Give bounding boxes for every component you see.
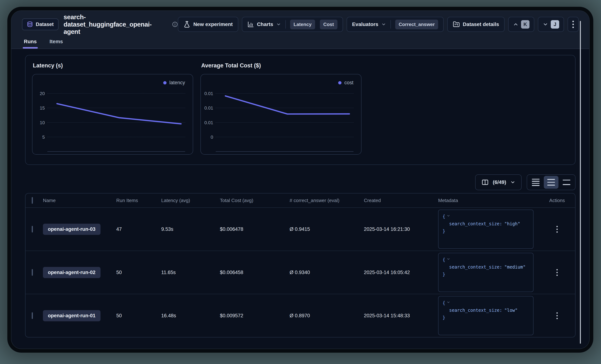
more-options-button[interactable] <box>568 17 579 32</box>
run-items-value: 50 <box>116 313 161 319</box>
col-header-latency: Latency (avg) <box>161 198 220 203</box>
kbd-shortcut-j: J <box>551 20 559 29</box>
new-experiment-button[interactable]: New experiment <box>178 17 238 32</box>
bar-chart-icon <box>247 21 254 28</box>
created-value: 2025-03-14 16:05:42 <box>364 270 438 275</box>
cost-chart-title: Average Total Cost ($) <box>201 62 361 69</box>
expand-json-chevron-icon[interactable] <box>447 299 450 306</box>
cost-legend: cost <box>338 80 353 86</box>
chart-chip-latency[interactable]: Latency <box>290 19 315 29</box>
svg-text:0.01: 0.01 <box>204 105 213 110</box>
metadata-json-box: { search_context_size:"medium" } <box>438 253 533 292</box>
correct-answer-eval-value: Ø 0.9340 <box>290 270 364 275</box>
prev-run-button[interactable]: K <box>508 17 534 32</box>
dataset-badge-label: Dataset <box>36 22 54 27</box>
legend-label: latency <box>169 80 185 86</box>
charts-dropdown[interactable]: Charts Latency Cost <box>242 17 343 32</box>
legend-dot <box>338 81 341 85</box>
chart-chip-cost[interactable]: Cost <box>320 19 338 29</box>
svg-text:10: 10 <box>40 120 45 125</box>
expand-json-chevron-icon[interactable] <box>447 212 450 220</box>
table-header-row: Name Run Items Latency (avg) Total Cost … <box>26 193 575 207</box>
chevron-down-icon <box>381 22 386 27</box>
info-icon[interactable] <box>172 21 178 27</box>
evaluator-chip-correct-answer[interactable]: Correct_answer <box>395 19 438 29</box>
row-actions-button[interactable] <box>556 269 558 276</box>
created-value: 2025-03-14 15:48:33 <box>364 313 438 319</box>
select-all-checkbox[interactable] <box>32 197 33 204</box>
table-row[interactable]: openai-agent-run-02 50 11.65s $0.006458 … <box>26 251 575 294</box>
correct-answer-eval-value: Ø 0.9415 <box>290 226 364 232</box>
header-row: Dataset search-dataset_huggingface_opena… <box>22 14 579 35</box>
created-value: 2025-03-14 16:21:30 <box>364 226 438 232</box>
metadata-key: search_context_size <box>449 308 500 313</box>
latency-avg-value: 16.48s <box>161 313 220 319</box>
metadata-json-box: { search_context_size:"low" } <box>438 296 533 335</box>
row-height-compact[interactable] <box>528 176 543 189</box>
main-content: Latency (s) 2015105 latency Average Tota… <box>11 55 589 337</box>
next-run-button[interactable]: J <box>538 17 564 32</box>
row-actions-button[interactable] <box>556 312 558 319</box>
divider <box>391 20 391 29</box>
tab-runs[interactable]: Runs <box>23 36 38 48</box>
metadata-value: "high" <box>504 221 520 226</box>
table-controls: (6/49) <box>25 174 575 190</box>
latency-avg-value: 11.65s <box>161 270 220 275</box>
svg-text:0: 0 <box>211 135 213 140</box>
header-actions: New experiment Charts Latency Cost <box>178 17 579 32</box>
svg-text:15: 15 <box>40 105 45 110</box>
column-visibility-button[interactable]: (6/49) <box>475 174 521 190</box>
col-header-run-items: Run Items <box>116 198 161 203</box>
run-name-chip[interactable]: openai-agent-run-01 <box>43 310 100 321</box>
metadata-value: "medium" <box>504 265 526 270</box>
chevron-down-icon <box>543 22 548 27</box>
vertical-scrollbar[interactable] <box>580 21 581 344</box>
metadata-json-box: { search_context_size:"high" } <box>438 210 533 249</box>
new-experiment-label: New experiment <box>193 21 233 27</box>
dataset-badge: Dataset <box>22 19 59 30</box>
evaluators-label: Evaluators <box>352 21 378 27</box>
row-checkbox[interactable] <box>32 312 33 319</box>
tab-bar: Runs Items <box>22 36 579 48</box>
svg-text:20: 20 <box>40 91 45 96</box>
evaluators-dropdown[interactable]: Evaluators Correct_answer <box>347 17 444 32</box>
metadata-key: search_context_size <box>449 265 500 270</box>
legend-dot <box>163 81 167 85</box>
columns-icon <box>481 179 489 186</box>
col-header-metadata: Metadata <box>438 198 539 203</box>
row-height-tall[interactable] <box>559 176 574 189</box>
col-header-created: Created <box>364 198 438 203</box>
svg-text:0.01: 0.01 <box>204 91 213 96</box>
dataset-details-button[interactable]: Dataset details <box>447 17 504 32</box>
svg-text:0.01: 0.01 <box>204 120 213 125</box>
metadata-key: search_context_size <box>449 221 500 226</box>
header-band: Dataset search-dataset_huggingface_opena… <box>11 11 589 49</box>
col-header-correct-answer: # correct_answer (eval) <box>290 198 364 203</box>
cost-line-chart: 0.010.010.010 <box>201 74 361 154</box>
rows-tall-icon <box>563 180 570 185</box>
rows-medium-icon <box>547 179 555 186</box>
folder-chart-icon <box>453 21 460 28</box>
expand-json-chevron-icon[interactable] <box>447 256 450 263</box>
run-name-chip[interactable]: openai-agent-run-03 <box>43 224 100 235</box>
col-header-name: Name <box>43 198 116 203</box>
cost-chart-card: 0.010.010.010 cost <box>200 74 361 155</box>
row-height-toggle <box>527 174 575 190</box>
row-height-medium[interactable] <box>544 176 559 189</box>
chevron-down-icon <box>276 22 281 27</box>
row-checkbox[interactable] <box>32 226 33 232</box>
row-actions-button[interactable] <box>556 226 558 233</box>
page-title: search-dataset_huggingface_openai-agent <box>64 13 168 35</box>
row-checkbox[interactable] <box>32 269 33 276</box>
svg-text:5: 5 <box>42 135 45 140</box>
metadata-value: "low" <box>504 308 518 313</box>
table-row[interactable]: openai-agent-run-01 50 16.48s $0.009572 … <box>26 294 575 337</box>
dataset-details-label: Dataset details <box>463 21 499 27</box>
kebab-icon <box>572 21 574 28</box>
correct-answer-eval-value: Ø 0.8970 <box>290 313 364 319</box>
table-row[interactable]: openai-agent-run-03 47 9.53s $0.006478 Ø… <box>26 207 575 251</box>
run-name-chip[interactable]: openai-agent-run-02 <box>43 267 100 278</box>
tab-items[interactable]: Items <box>49 36 64 48</box>
latency-chart-block: Latency (s) 2015105 latency <box>32 62 193 164</box>
latency-avg-value: 9.53s <box>161 226 220 232</box>
